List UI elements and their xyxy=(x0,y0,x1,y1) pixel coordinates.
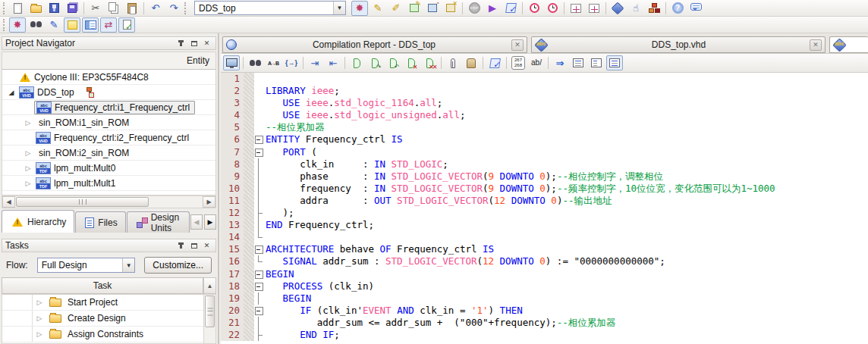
paste-icon[interactable] xyxy=(124,1,140,16)
timing-analyzer-icon[interactable] xyxy=(526,1,542,16)
cut-icon[interactable]: ✂ xyxy=(87,1,104,16)
chip-planner-icon[interactable] xyxy=(646,1,662,16)
assignment-editor-icon[interactable]: ✎ xyxy=(370,1,386,16)
replace-icon[interactable]: A→B xyxy=(265,55,281,70)
expander-icon[interactable]: ▷ xyxy=(22,164,34,172)
editor-tab-partial[interactable] xyxy=(829,36,868,53)
scroll-right-icon[interactable]: ▶ xyxy=(203,196,215,208)
float-icon[interactable] xyxy=(188,241,200,251)
layout-panels-icon[interactable] xyxy=(82,17,99,33)
copy-icon[interactable] xyxy=(105,1,122,16)
fold-collapse-icon[interactable] xyxy=(254,268,264,280)
format-template3-icon[interactable] xyxy=(606,55,623,70)
feedback-icon[interactable] xyxy=(687,1,704,16)
waveform-export-icon[interactable] xyxy=(586,1,602,16)
start-compilation-icon[interactable]: ▶ xyxy=(484,1,501,16)
waveform-editor-icon[interactable] xyxy=(568,1,584,16)
settings-icon[interactable]: ✸ xyxy=(351,1,368,16)
indent-icon[interactable]: ⇥ xyxy=(307,55,323,70)
fold-collapse-icon[interactable] xyxy=(254,133,264,145)
design-partition-icon[interactable] xyxy=(424,1,441,16)
task-row-create-design[interactable]: ▷Create Design xyxy=(2,311,203,327)
save-icon[interactable] xyxy=(46,1,62,16)
entity-column-header[interactable]: Entity xyxy=(2,52,216,70)
close-icon[interactable]: ✕ xyxy=(201,39,212,48)
timing-closure-floorplan-icon[interactable] xyxy=(406,1,423,16)
close-icon[interactable]: ✕ xyxy=(810,39,822,51)
format-template2-icon[interactable] xyxy=(588,55,605,70)
expander-icon[interactable]: ▷ xyxy=(33,330,46,338)
pin-icon[interactable] xyxy=(175,39,187,48)
customize-button[interactable]: Customize... xyxy=(144,257,212,274)
task-row-assign-constraints[interactable]: ▷Assign Constraints xyxy=(2,327,203,342)
chevron-down-icon[interactable]: ▼ xyxy=(333,2,345,14)
task-column-header[interactable]: Task xyxy=(2,277,203,294)
macro-icon[interactable] xyxy=(463,55,480,70)
goto-line-icon[interactable]: ⇒ xyxy=(552,55,568,70)
expander-icon[interactable]: ▷ xyxy=(33,299,46,306)
tab-scroll-right-icon[interactable]: ▶ xyxy=(204,214,216,230)
chevron-down-icon[interactable]: ▼ xyxy=(122,258,134,272)
format-template-icon[interactable] xyxy=(570,55,587,70)
expander-icon[interactable]: ▷ xyxy=(22,149,34,157)
tree-item-lpm-mult-mult1[interactable]: ▷lpm_mult:Mult1 xyxy=(2,176,215,191)
tree-item-dds-top[interactable]: ◢DDS_top xyxy=(2,85,215,100)
pin-icon[interactable] xyxy=(175,241,187,251)
scrollbar-thumb[interactable] xyxy=(205,296,215,327)
tab-files[interactable]: Files xyxy=(75,211,125,233)
redo-icon[interactable]: ↷ xyxy=(165,1,182,16)
line-count-badge[interactable]: 267268 xyxy=(510,55,527,70)
tab-design-units[interactable]: Design Units xyxy=(127,211,190,233)
tree-item-sin-rom-i2-sin-rom[interactable]: ▷sin_ROM:i2_sin_ROM xyxy=(2,145,215,161)
swap-arrows-icon[interactable]: ⇄ xyxy=(100,17,117,33)
close-icon[interactable]: ✕ xyxy=(201,241,212,251)
bookmark-toggle-icon[interactable] xyxy=(348,55,365,70)
float-icon[interactable] xyxy=(188,39,200,48)
new-file-icon[interactable] xyxy=(9,1,26,16)
tree-item-frequency-ctrl-i2-frequency-ctrl[interactable]: Frequency_ctrl:i2_Frequency_ctrl xyxy=(2,130,215,145)
brace-match-icon[interactable]: {→} xyxy=(283,55,300,70)
scrollbar-thumb[interactable] xyxy=(16,197,149,207)
tab-scroll-left-icon[interactable]: ◀ xyxy=(190,214,203,230)
find-binoculars-icon[interactable] xyxy=(27,17,44,33)
expander-icon[interactable]: ▷ xyxy=(22,119,34,127)
bookmark-prev-icon[interactable] xyxy=(385,55,401,70)
tab-hierarchy[interactable]: Hierarchy xyxy=(2,210,74,233)
check-document-icon[interactable] xyxy=(118,17,135,33)
tree-item-cyclone-iii-ep3c55f484c8[interactable]: Cyclone III: EP3C55F484C8 xyxy=(2,70,215,85)
fold-collapse-icon[interactable] xyxy=(254,305,264,317)
save-all-icon[interactable] xyxy=(64,1,80,16)
programmer-icon[interactable]: ☝ xyxy=(627,1,644,16)
task-vertical-scrollbar[interactable] xyxy=(203,295,215,343)
scroll-left-icon[interactable]: ◀ xyxy=(2,196,15,208)
expander-icon[interactable]: ◢ xyxy=(5,89,17,96)
find-icon[interactable] xyxy=(247,55,263,70)
netlist-viewer-icon[interactable] xyxy=(609,1,626,16)
open-file-icon[interactable] xyxy=(27,1,44,16)
compass-icon[interactable]: ✸ xyxy=(9,17,26,33)
expander-icon[interactable]: ▷ xyxy=(22,180,34,187)
start-analysis-synthesis-icon[interactable] xyxy=(502,1,519,16)
bookmark-delete-all-icon[interactable] xyxy=(421,55,438,70)
editor-tab-dds-top-vhd[interactable]: DDS_top.vhd✕ xyxy=(531,36,826,53)
expander-icon[interactable]: ▷ xyxy=(33,314,46,322)
scroll-up-icon[interactable]: ▲ xyxy=(203,277,216,294)
sticky-note-icon[interactable] xyxy=(64,17,80,33)
tree-item-lpm-mult-mult0[interactable]: ▷lpm_mult:Mult0 xyxy=(2,161,215,176)
assignment-remove-icon[interactable] xyxy=(442,1,459,16)
undo-icon[interactable]: ↶ xyxy=(147,1,164,16)
task-row-start-project[interactable]: ▷Start Project xyxy=(2,295,203,311)
bookmark-delete-icon[interactable] xyxy=(403,55,420,70)
fold-collapse-icon[interactable] xyxy=(254,280,264,292)
flow-combobox[interactable]: Full Design ▼ xyxy=(37,258,136,273)
syntax-check-icon[interactable] xyxy=(486,55,503,70)
help-icon[interactable] xyxy=(669,1,686,16)
timequest-icon[interactable] xyxy=(544,1,561,16)
tree-item-sin-rom-i1-sin-rom[interactable]: ▷sin_ROM:i1_sin_ROM xyxy=(2,115,215,130)
code-editor[interactable]: 12LIBRARY ieee;3 USE ieee.std_logic_1164… xyxy=(221,73,868,344)
comment-tool-icon[interactable]: ab/ xyxy=(528,55,545,70)
fold-collapse-icon[interactable] xyxy=(254,243,264,255)
tree-item-frequency-ctrl-i1-frequency-ctrl[interactable]: Frequency_ctrl:i1_Frequency_ctrl xyxy=(2,100,215,115)
edit-pen-icon[interactable]: ✎ xyxy=(46,17,62,33)
stop-processing-icon[interactable] xyxy=(466,1,483,16)
